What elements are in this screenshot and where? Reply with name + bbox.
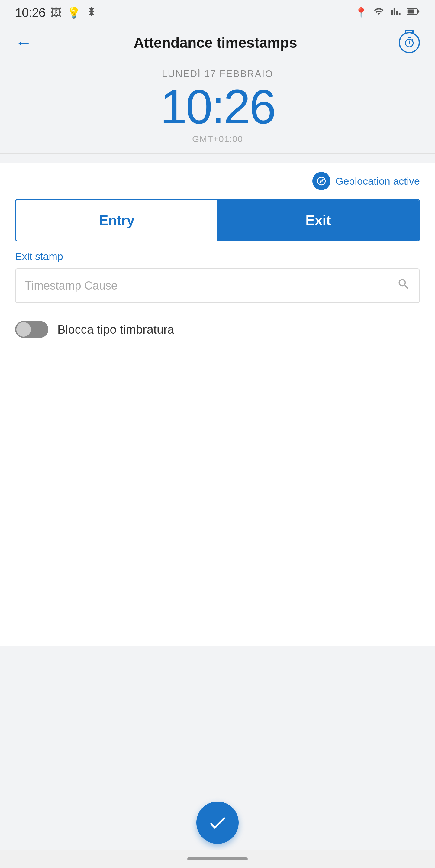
location-icon: 📍 (355, 7, 367, 19)
image-icon: 🖼 (51, 6, 62, 19)
status-time: 10:26 (15, 5, 45, 20)
svg-rect-1 (418, 10, 420, 12)
nav-bar (0, 850, 435, 868)
lock-stamp-type-row: Blocca tipo timbratura (15, 315, 420, 344)
nav-handle (187, 858, 248, 861)
wifi-icon (373, 6, 385, 19)
back-button[interactable]: ← (15, 34, 32, 51)
datetime-section: LUNEDÌ 17 FEBBRAIO 10:26 GMT+01:00 (0, 62, 435, 154)
dropbox-icon (86, 6, 97, 20)
time-display: 10:26 (0, 83, 435, 131)
compass-icon (312, 172, 331, 190)
lock-stamp-toggle[interactable] (15, 321, 48, 338)
search-icon (397, 277, 410, 294)
timezone-label: GMT+01:00 (0, 134, 435, 144)
entry-exit-toggle: Entry Exit (15, 199, 420, 242)
status-bar: 10:26 🖼 💡 📍 (0, 0, 435, 23)
lock-stamp-label: Blocca tipo timbratura (57, 323, 174, 336)
mic-icon: 💡 (67, 6, 81, 19)
geolocation-text: Geolocation active (335, 175, 420, 187)
timer-icon[interactable] (399, 32, 420, 53)
page-title: Attendance timestamps (32, 34, 399, 51)
timestamp-cause-placeholder: Timestamp Cause (25, 279, 397, 292)
app-bar: ← Attendance timestamps (0, 23, 435, 62)
stamp-type-label: Exit stamp (15, 251, 420, 262)
confirm-button[interactable] (196, 802, 239, 844)
svg-rect-2 (407, 10, 414, 13)
main-content: Geolocation active Entry Exit Exit stamp… (0, 163, 435, 647)
signal-icon (390, 6, 401, 19)
exit-button[interactable]: Exit (218, 200, 419, 241)
battery-icon (407, 6, 420, 19)
date-label: LUNEDÌ 17 FEBBRAIO (0, 68, 435, 80)
entry-button[interactable]: Entry (16, 200, 218, 241)
status-right: 📍 (355, 6, 420, 19)
timestamp-cause-field[interactable]: Timestamp Cause (15, 268, 420, 303)
fab-container (196, 802, 239, 844)
status-left: 10:26 🖼 💡 (15, 5, 97, 20)
geolocation-banner: Geolocation active (15, 163, 420, 199)
